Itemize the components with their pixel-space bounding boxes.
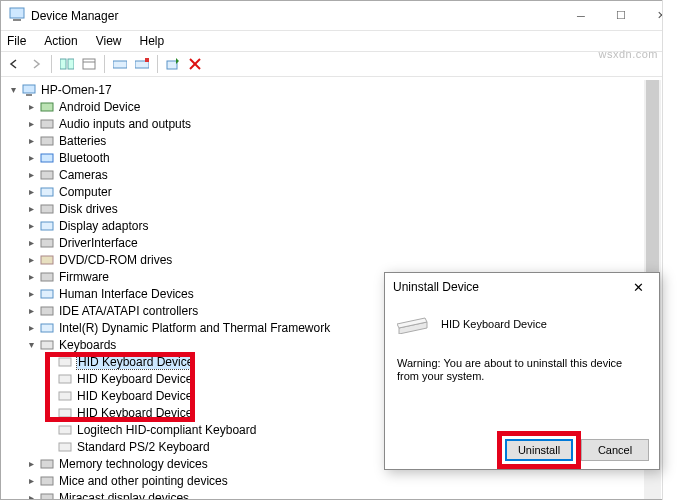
computer-icon <box>21 82 37 98</box>
tree-root[interactable]: ▾ HP-Omen-17 <box>7 81 681 98</box>
disable-device-button[interactable] <box>186 55 204 73</box>
tree-category-label: Miracast display devices <box>59 491 189 500</box>
svg-rect-14 <box>41 103 53 111</box>
window-title: Device Manager <box>31 9 561 23</box>
toolbar <box>1 51 681 77</box>
expand-icon[interactable]: ▸ <box>25 186 37 198</box>
update-driver-button[interactable] <box>111 55 129 73</box>
svg-rect-36 <box>41 477 53 485</box>
collapse-icon[interactable]: ▾ <box>25 339 37 351</box>
back-button[interactable] <box>5 55 23 73</box>
tree-category-label: Display adaptors <box>59 219 148 233</box>
menu-action[interactable]: Action <box>42 34 79 48</box>
expand-icon[interactable]: ▸ <box>25 118 37 130</box>
expand-icon[interactable]: ▸ <box>25 288 37 300</box>
tree-category[interactable]: ▸Android Device <box>25 98 681 115</box>
keyboard-icon <box>57 422 73 438</box>
cancel-button[interactable]: Cancel <box>581 439 649 461</box>
device-category-icon <box>39 218 55 234</box>
svg-rect-25 <box>41 290 53 298</box>
tree-device-label: Standard PS/2 Keyboard <box>77 440 210 454</box>
right-gutter <box>662 0 682 500</box>
expand-icon[interactable]: ▸ <box>25 458 37 470</box>
tree-category[interactable]: ▸Cameras <box>25 166 681 183</box>
tree-category-label: Disk drives <box>59 202 118 216</box>
tree-category-label: Memory technology devices <box>59 457 208 471</box>
tree-category-label: Computer <box>59 185 112 199</box>
svg-rect-18 <box>41 171 53 179</box>
tree-category-label: Android Device <box>59 100 140 114</box>
expand-icon[interactable]: ▸ <box>25 152 37 164</box>
device-category-icon <box>39 269 55 285</box>
expand-icon[interactable]: ▸ <box>25 220 37 232</box>
keyboard-icon <box>57 371 73 387</box>
dialog-close-button[interactable]: ✕ <box>625 277 651 297</box>
expand-icon[interactable]: ▸ <box>25 101 37 113</box>
svg-rect-3 <box>68 59 74 69</box>
minimize-button[interactable]: ─ <box>561 2 601 30</box>
show-hide-console-button[interactable] <box>58 55 76 73</box>
expand-icon[interactable]: ▸ <box>25 475 37 487</box>
expand-icon[interactable]: ▸ <box>25 305 37 317</box>
tree-category[interactable]: ▸Computer <box>25 183 681 200</box>
device-category-icon <box>39 490 55 500</box>
tree-category[interactable]: ▸Bluetooth <box>25 149 681 166</box>
dialog-titlebar: Uninstall Device ✕ <box>385 273 659 301</box>
device-category-icon <box>39 235 55 251</box>
dialog-device-name: HID Keyboard Device <box>441 318 547 330</box>
collapse-icon[interactable]: ▾ <box>7 84 19 96</box>
svg-rect-12 <box>23 85 35 93</box>
expand-icon[interactable]: ▸ <box>25 254 37 266</box>
device-category-icon <box>39 99 55 115</box>
toolbar-separator <box>51 55 52 73</box>
expand-icon[interactable]: ▸ <box>25 135 37 147</box>
device-category-icon <box>39 286 55 302</box>
tree-category-label: Mice and other pointing devices <box>59 474 228 488</box>
forward-button[interactable] <box>27 55 45 73</box>
spacer-icon <box>43 390 55 402</box>
svg-rect-4 <box>83 59 95 69</box>
svg-rect-2 <box>60 59 66 69</box>
spacer-icon <box>43 407 55 419</box>
keyboard-icon <box>57 354 73 370</box>
spacer-icon <box>43 441 55 453</box>
svg-rect-37 <box>41 494 53 500</box>
svg-rect-7 <box>135 61 149 68</box>
tree-device-label: HID Keyboard Device <box>77 389 192 403</box>
tree-category-label: Firmware <box>59 270 109 284</box>
menu-view[interactable]: View <box>94 34 124 48</box>
menu-help[interactable]: Help <box>138 34 167 48</box>
tree-category[interactable]: ▸Disk drives <box>25 200 681 217</box>
device-category-icon <box>39 167 55 183</box>
dialog-body: HID Keyboard Device Warning: You are abo… <box>385 301 659 431</box>
uninstall-dialog: Uninstall Device ✕ HID Keyboard Device W… <box>384 272 660 470</box>
tree-category[interactable]: ▸DriverInterface <box>25 234 681 251</box>
scan-hardware-button[interactable] <box>164 55 182 73</box>
expand-icon[interactable]: ▸ <box>25 271 37 283</box>
expand-icon[interactable]: ▸ <box>25 169 37 181</box>
tree-device-label: HID Keyboard Device <box>77 406 192 420</box>
expand-icon[interactable]: ▸ <box>25 203 37 215</box>
tree-category-label: Keyboards <box>59 338 116 352</box>
expand-icon[interactable]: ▸ <box>25 237 37 249</box>
uninstall-button[interactable]: Uninstall <box>505 439 573 461</box>
tree-category-label: Bluetooth <box>59 151 110 165</box>
tree-category[interactable]: ▸Miracast display devices <box>25 489 681 499</box>
device-category-icon <box>39 252 55 268</box>
properties-button[interactable] <box>80 55 98 73</box>
tree-category[interactable]: ▸DVD/CD-ROM drives <box>25 251 681 268</box>
expand-icon[interactable]: ▸ <box>25 492 37 500</box>
svg-rect-27 <box>41 324 53 332</box>
svg-rect-30 <box>59 375 71 383</box>
uninstall-device-button[interactable] <box>133 55 151 73</box>
menu-file[interactable]: File <box>5 34 28 48</box>
toolbar-separator <box>104 55 105 73</box>
tree-category[interactable]: ▸Batteries <box>25 132 681 149</box>
expand-icon[interactable]: ▸ <box>25 322 37 334</box>
keyboard-category-icon <box>39 337 55 353</box>
tree-category[interactable]: ▸Mice and other pointing devices <box>25 472 681 489</box>
tree-category-label: Human Interface Devices <box>59 287 194 301</box>
tree-category[interactable]: ▸Audio inputs and outputs <box>25 115 681 132</box>
maximize-button[interactable]: ☐ <box>601 2 641 30</box>
tree-category[interactable]: ▸Display adaptors <box>25 217 681 234</box>
